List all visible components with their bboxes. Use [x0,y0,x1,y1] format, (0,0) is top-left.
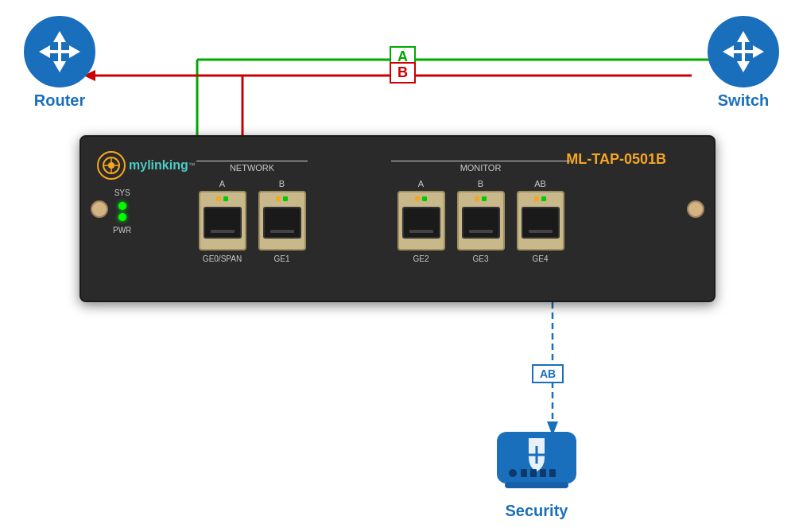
power-button-right [687,200,704,218]
svg-rect-35 [505,482,568,488]
ge1-port-hole [263,207,301,239]
ge4-name: GE4 [532,254,548,263]
security-device-svg [493,424,580,495]
brand-logo [97,151,126,180]
ge0-name: GE0/SPAN [203,254,242,263]
ge4-letter: AB [534,179,546,188]
pwr-led [118,213,126,221]
router-label: Router [34,91,85,110]
pwr-label: PWR [113,226,131,235]
network-section: NETWORK A GE0/SPAN [196,161,308,263]
ab-label: AB [532,364,564,383]
ge0-letter: A [219,179,225,188]
router-arrows-svg [36,28,83,76]
svg-marker-12 [69,45,80,58]
sys-led [118,202,126,210]
svg-marker-17 [723,45,734,58]
svg-point-22 [108,162,114,169]
ge3-port-hole [462,207,500,239]
power-button-left [91,200,108,218]
svg-rect-32 [530,469,537,477]
svg-marker-15 [737,31,750,42]
ge3-name: GE3 [472,254,488,263]
ge4-port-hole [522,207,560,239]
monitor-section: MONITOR A GE2 [391,161,570,263]
security-icon: Security [493,424,580,520]
ge0-led-orange [216,196,221,201]
svg-marker-11 [39,45,50,58]
network-ports-row: A GE0/SPAN B [199,179,306,263]
ge1-letter: B [279,179,285,188]
ge2-led-green [422,196,427,201]
switch-arrows-svg [719,28,767,76]
network-label: NETWORK [196,161,308,173]
brand-logo-svg [102,156,121,175]
ge1-led-orange [276,196,281,201]
ge1-rj45 [258,191,306,250]
diagram: A B AB Router [0,0,795,532]
svg-marker-16 [737,61,750,72]
port-ge2: A GE2 [398,179,445,263]
router-circle [24,16,95,87]
svg-rect-31 [521,469,527,477]
ge0-leds [216,196,228,201]
monitor-label: MONITOR [391,161,570,173]
svg-marker-18 [753,45,764,58]
ge0-rj45 [199,191,246,250]
brand-name: mylinking [129,158,188,173]
ge1-name: GE1 [273,254,289,263]
ge3-led-orange [475,196,479,201]
ge2-leds [415,196,427,201]
ge3-rj45 [457,191,505,250]
brand-area: mylinking ™ [97,151,196,180]
switch-circle [708,16,779,87]
router-icon: Router [24,16,95,110]
brand-tm: ™ [188,161,196,169]
ge1-leds [276,196,288,201]
sys-pwr-area: SYS PWR [113,188,131,235]
ge4-led-green [541,196,546,201]
model-name: ML-TAP-0501B [566,151,666,168]
ge2-led-orange [415,196,420,201]
port-ge4: AB GE4 [517,179,564,263]
ge3-led-green [482,196,487,201]
switch-label: Switch [718,91,769,110]
ge2-rj45 [398,191,445,250]
ge1-led-green [283,196,288,201]
ge2-name: GE2 [413,254,429,263]
ge4-leds [534,196,546,201]
svg-marker-9 [53,31,66,42]
ge4-led-orange [534,196,539,201]
ge2-letter: A [418,179,424,188]
sys-label: SYS [114,188,130,197]
ge3-letter: B [478,179,483,188]
ge0-port-hole [204,207,242,239]
svg-rect-34 [549,469,556,477]
port-ge1: B GE1 [258,179,306,263]
device-panel: mylinking ™ ML-TAP-0501B SYS PWR NETWORK [80,135,716,302]
svg-rect-33 [540,469,546,477]
security-label: Security [506,502,568,520]
switch-icon: Switch [708,16,779,110]
ge2-port-hole [402,207,440,239]
svg-marker-10 [53,61,66,72]
arrow-b-label: B [390,62,416,83]
ge0-led-green [223,196,228,201]
ge3-leds [475,196,487,201]
port-ge3: B GE3 [457,179,505,263]
svg-point-30 [509,469,517,477]
ge4-rj45 [517,191,564,250]
monitor-ports-row: A GE2 B [398,179,564,263]
port-ge0: A GE0/SPAN [199,179,246,263]
